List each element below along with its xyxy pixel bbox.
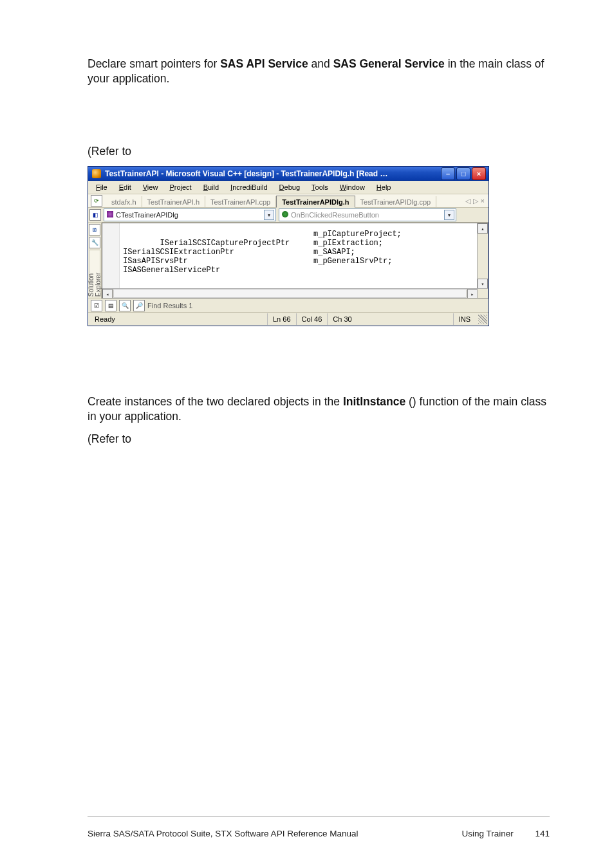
intro-paragraph: Declare smart pointers for SAS API Servi… (88, 57, 550, 86)
tab-close-icon[interactable]: × (481, 197, 485, 205)
find-icon[interactable]: 🔎 (133, 300, 145, 311)
scroll-track[interactable] (113, 289, 467, 298)
method-icon (282, 211, 288, 217)
minimize-button[interactable]: – (441, 167, 455, 180)
scroll-down-icon[interactable]: ▾ (478, 279, 488, 289)
window-title: TestTrainerAPI - Microsoft Visual C++ [d… (105, 169, 441, 178)
member-combo[interactable]: OnBnClickedResumeButton ▾ (279, 208, 456, 221)
menu-build[interactable]: Build (198, 182, 224, 192)
doc-tab[interactable]: TestTrainerAPI.h (142, 196, 206, 207)
app-icon (92, 169, 101, 178)
doc-tab[interactable]: stdafx.h (106, 196, 142, 207)
editor-gutter (102, 223, 120, 289)
menu-incredibuild[interactable]: IncrediBuild (225, 182, 272, 192)
scroll-corner (477, 288, 488, 298)
solution-explorer-tab[interactable]: Solution Explorer (89, 250, 100, 297)
refer-to-1: (Refer to (88, 144, 550, 159)
menu-window[interactable]: Window (335, 182, 370, 192)
combo-text: CTestTrainerAPIDlg (116, 211, 178, 219)
code-col2: m_pICaptureProject; m_pIExtraction; m_SA… (313, 230, 402, 266)
close-button[interactable]: × (472, 167, 486, 180)
menu-help[interactable]: Help (371, 182, 396, 192)
page-footer: Sierra SAS/SATA Protocol Suite, STX Soft… (88, 817, 550, 838)
vs-window: TestTrainerAPI - Microsoft Visual C++ [d… (88, 166, 489, 326)
footer-page-number: 141 (535, 829, 550, 838)
document-tab-strip: ⟳ stdafx.h TestTrainerAPI.h TestTrainerA… (88, 194, 488, 208)
toolbar-icon[interactable]: ⟳ (91, 195, 102, 207)
nav-bar: ◧ CTestTrainerAPIDlg ▾ OnBnClickedResume… (88, 208, 488, 223)
rail-icon[interactable]: 🗎 (89, 224, 100, 235)
rail-icon[interactable]: 🔧 (89, 237, 100, 248)
text-bold: SAS General Service (333, 57, 445, 70)
titlebar: TestTrainerAPI - Microsoft Visual C++ [d… (88, 167, 488, 181)
output-icon[interactable]: ▤ (105, 300, 116, 311)
scroll-up-icon[interactable]: ▴ (478, 223, 488, 234)
code-editor[interactable]: ISerialSCSICaptureProjectPtr ISerialSCSI… (102, 223, 488, 299)
editor-area: 🗎 🔧 Solution Explorer ISerialSCSICapture… (88, 223, 488, 299)
menubar: File Edit View Project Build IncrediBuil… (88, 181, 488, 194)
find-results-bar: ☑ ▤ 🔍 🔎 Find Results 1 (88, 299, 488, 312)
menu-tools[interactable]: Tools (306, 182, 333, 192)
menu-view[interactable]: View (138, 182, 163, 192)
class-combo[interactable]: CTestTrainerAPIDlg ▾ (104, 208, 276, 221)
footer-left: Sierra SAS/SATA Protocol Suite, STX Soft… (88, 829, 358, 838)
maximize-button[interactable]: □ (456, 167, 470, 180)
menu-project[interactable]: Project (164, 182, 196, 192)
text-bold: InitInstance (343, 395, 405, 408)
text: Create instances of the two declared obj… (88, 395, 343, 408)
resize-grip-icon[interactable] (478, 315, 487, 324)
text-bold: SAS API Service (220, 57, 308, 70)
doc-tab[interactable]: TestTrainerAPI.cpp (205, 196, 276, 207)
status-bar: Ready Ln 66 Col 46 Ch 30 INS (88, 312, 488, 326)
doc-tab-nav: ◁ ▷ × (464, 197, 486, 205)
code-col1: ISerialSCSICaptureProjectPtr ISerialSCSI… (123, 239, 290, 275)
doc-tab[interactable]: TestTrainerAPIDlg.cpp (355, 196, 437, 207)
side-toolbar: 🗎 🔧 Solution Explorer (88, 223, 102, 299)
tab-prev-icon[interactable]: ◁ (465, 197, 470, 205)
menu-file[interactable]: File (91, 182, 113, 192)
scroll-right-icon[interactable]: ▸ (467, 289, 478, 299)
scroll-left-icon[interactable]: ◂ (102, 289, 113, 299)
find-icon[interactable]: 🔍 (119, 300, 131, 311)
refer-to-2: (Refer to (88, 432, 550, 447)
status-ready: Ready (89, 313, 267, 325)
second-paragraph: Create instances of the two declared obj… (88, 394, 550, 424)
tab-next-icon[interactable]: ▷ (473, 197, 478, 205)
doc-tab-active[interactable]: TestTrainerAPIDlg.h (276, 196, 355, 208)
menu-edit[interactable]: Edit (114, 182, 136, 192)
toolbar-icon[interactable]: ◧ (89, 209, 101, 221)
find-results-label: Find Results 1 (147, 302, 192, 309)
text: Declare smart pointers for (88, 57, 220, 70)
chevron-down-icon[interactable]: ▾ (444, 210, 454, 220)
chevron-down-icon[interactable]: ▾ (264, 210, 274, 220)
footer-section: Using Trainer (461, 829, 513, 838)
text: and (312, 57, 333, 70)
combo-text: OnBnClickedResumeButton (291, 211, 379, 219)
code-content: ISerialSCSICaptureProjectPtr ISerialSCSI… (123, 230, 478, 289)
horizontal-scrollbar[interactable]: ◂ ▸ (102, 288, 478, 298)
menu-debug[interactable]: Debug (274, 182, 305, 192)
vertical-scrollbar[interactable]: ▴ ▾ (477, 223, 488, 289)
status-line: Ln 66 (267, 313, 296, 325)
status-ch: Ch 30 (327, 313, 357, 325)
class-icon (107, 211, 113, 217)
task-list-icon[interactable]: ☑ (91, 300, 102, 311)
status-ins: INS (453, 313, 476, 325)
status-col: Col 46 (296, 313, 328, 325)
